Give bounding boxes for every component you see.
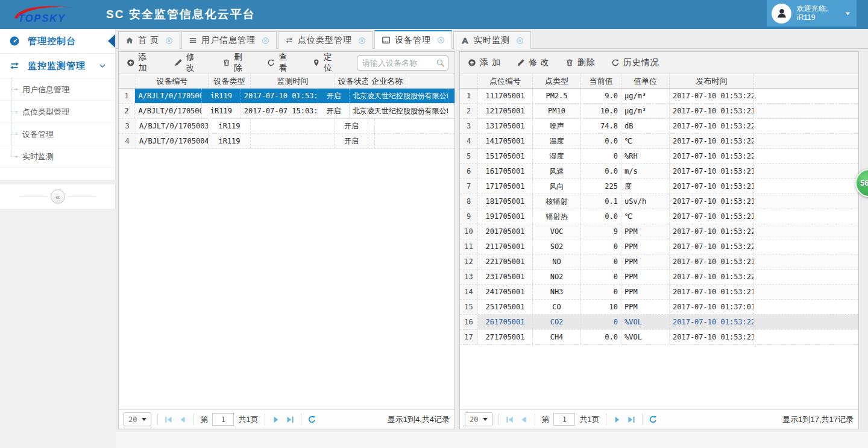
table-row[interactable]: 8181705001核辐射0.1uSv/h2017-07-10 01:53:21 [460,194,858,209]
sidebar-item-point-type[interactable]: 点位类型管理 [0,101,115,123]
sidebar-collapse-button[interactable]: « [51,189,65,204]
column-header[interactable]: 值单位 [621,74,670,88]
table-row[interactable]: 1A/BJLT/0/1705001iR1192017-07-10 01:53:2… [119,89,454,104]
reload-icon[interactable] [307,415,316,424]
table-row[interactable]: 7171705001风向225度2017-07-10 01:53:21 [460,179,858,194]
dashboard-icon [9,36,20,46]
table-row[interactable]: 4141705001温度0.0℃2017-07-10 01:53:22 [460,134,858,149]
table-row[interactable]: 15251705001CO10PPM2017-07-10 01:37:01 [460,300,858,315]
delete-button[interactable]: 删除 [222,52,252,74]
point-toolbar: 添 加 修 改 删除 历史情况 [460,52,858,74]
prev-page-button[interactable] [519,415,529,424]
row-filler [754,254,858,269]
last-page-button[interactable] [285,415,295,424]
table-row[interactable]: 1111705001PM2.59.0μg/m³2017-07-10 01:53:… [460,89,858,104]
grid-header: 点位编号点类型当前值值单位发布时间 [460,74,858,89]
add-button[interactable]: 添 加 [468,57,501,68]
close-icon[interactable] [437,36,445,44]
close-icon[interactable] [516,37,524,45]
caret-down-icon [483,418,488,421]
divider [157,414,158,425]
column-header[interactable]: 设备类型 [209,74,251,88]
row-filler [754,285,858,299]
divider [265,414,265,425]
tab-device-mgmt[interactable]: 设备管理 [374,30,452,49]
device-table: 设备编号设备类型监测时间设备状态企业名称1A/BJLT/0/1705001iR1… [119,74,454,409]
table-row[interactable]: 2121705001PM1010.0μg/m³2017-07-10 01:53:… [460,104,858,119]
sidebar-item-device-mgmt[interactable]: 设备管理 [0,123,115,145]
page-size-value: 20 [128,415,137,424]
column-header[interactable]: 发布时间 [670,74,754,88]
column-header-filler [754,74,858,88]
add-button[interactable]: 添 加 [127,52,159,74]
table-row[interactable]: 3A/BJLT/0/1705003iR119开启 [119,119,454,134]
sidebar-item-console[interactable]: 管理控制台 [0,29,115,54]
close-icon[interactable] [165,37,173,45]
page-size-select[interactable]: 20 [124,412,151,426]
close-icon[interactable] [358,37,366,45]
table-row[interactable]: 16261705001CO20%VOL2017-07-10 01:53:22 [460,315,858,330]
user-menu[interactable]: 欢迎光临, iR119 [767,0,857,27]
delete-button[interactable]: 删除 [565,57,596,68]
page-number-input[interactable] [553,413,575,426]
column-header[interactable]: 设备编号 [136,74,209,88]
search-icon[interactable] [436,58,445,68]
table-row[interactable]: 11211705001SO20PPM2017-07-10 01:53:22 [460,239,858,254]
close-icon[interactable] [262,37,269,45]
table-row[interactable]: 13231705001NO20PPM2017-07-10 01:53:22 [460,270,858,285]
table-row[interactable]: 6161705001风速0.0m/s2017-07-10 01:53:21 [460,164,858,179]
tab-home[interactable]: 首 页 [118,31,180,49]
divider [301,414,301,425]
reload-icon[interactable] [649,415,658,424]
avatar [772,4,791,24]
user-icon [776,7,788,19]
tab-point-type[interactable]: 点位类型管理 [278,31,373,49]
column-header[interactable]: 监测时间 [251,74,335,88]
search-input[interactable] [357,55,448,71]
sidebar: 管理控制台 监控监测管理 用户信息管理 点位类型管理 设备管理 实时监测 « [0,29,116,448]
first-page-button[interactable] [164,415,174,424]
next-page-button[interactable] [612,415,622,424]
table-row[interactable]: 9191705001辐射热0.0℃2017-07-10 01:53:21 [460,209,858,224]
sidebar-item-realtime[interactable]: 实时监测 [0,145,115,168]
table-row[interactable]: 17271705001CH40.0%VOL2017-07-10 01:53:21 [460,330,858,345]
table-row[interactable]: 2A/BJLT/0/1705002iR1192017-07-07 15:03:0… [119,104,454,119]
tab-user-info[interactable]: 用户信息管理 [181,31,277,49]
column-header[interactable]: 设备状态 [335,74,368,88]
view-button[interactable]: 查看 [267,52,297,74]
sidebar-item-user-info[interactable]: 用户信息管理 [0,78,115,101]
page-size-select[interactable]: 20 [465,412,492,426]
last-page-button[interactable] [626,415,636,424]
history-button[interactable]: 历史情况 [611,57,659,68]
table-row[interactable]: 14241705001NH30PPM2017-07-10 01:53:21 [460,285,858,300]
table-row[interactable]: 12221705001NO0PPM2017-07-10 01:53:21 [460,254,858,270]
row-filler [754,89,858,103]
column-header[interactable]: 点位编号 [478,74,533,88]
table-row[interactable]: 10201705001VOC9PPM2017-07-10 01:53:22 [460,224,858,239]
caret-down-icon [142,418,146,421]
sidebar-item-monitor[interactable]: 监控监测管理 [0,54,115,78]
table-row[interactable]: 4A/BJLT/0/1705004iR119开启 [119,134,454,149]
button-label: 历史情况 [623,57,659,68]
divider [606,414,606,425]
locate-button[interactable]: 定位 [312,52,342,74]
first-page-button[interactable] [505,415,515,424]
table-row[interactable]: 5151705001湿度0%RH2017-07-10 01:53:22 [460,149,858,164]
edit-button[interactable]: 修 改 [174,52,206,74]
chevron-down-icon [98,62,107,70]
trash-icon [222,58,231,67]
next-page-button[interactable] [271,415,281,424]
column-header[interactable]: 企业名称 [368,74,406,88]
divider [193,414,194,425]
page-number-input[interactable] [212,413,234,426]
column-header[interactable]: 点类型 [533,74,581,88]
edit-button[interactable]: 修 改 [517,57,550,68]
swap-icon [285,36,294,45]
divider [20,197,48,197]
active-section-arrow-icon [108,34,115,48]
column-header[interactable]: 当前值 [581,74,621,88]
tab-realtime[interactable]: 实时监测 [453,31,531,49]
prev-page-button[interactable] [178,415,187,424]
pencil-icon [174,58,183,67]
table-row[interactable]: 3131705001噪声74.8dB2017-07-10 01:53:22 [460,119,858,134]
